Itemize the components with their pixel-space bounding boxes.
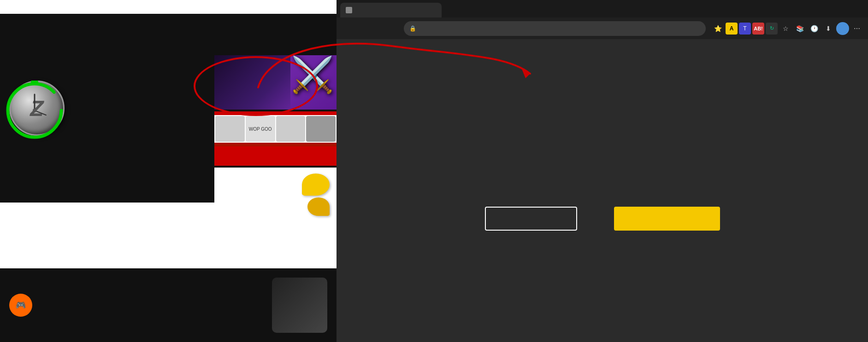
speech-bubbles [302, 174, 330, 216]
downloads-icon[interactable]: ⬇ [822, 22, 835, 35]
active-tab[interactable] [340, 3, 442, 17]
ad-seasun-content [214, 55, 337, 63]
more-icon[interactable]: ⋯ [850, 22, 863, 35]
home-button[interactable] [388, 22, 401, 35]
cta-rabbit-col [614, 199, 720, 231]
window-controls [820, 2, 863, 12]
bubble-1 [302, 174, 330, 196]
timer-overlay [2, 76, 67, 140]
close-button[interactable] [850, 2, 863, 12]
svg-rect-1 [31, 81, 38, 84]
black-section: Z [0, 14, 337, 203]
ext-icon-3[interactable]: AB! [752, 23, 764, 35]
collections-icon[interactable]: 📚 [793, 22, 806, 35]
back-button[interactable] [341, 22, 354, 35]
timer-svg [2, 76, 67, 140]
ad-android-header [214, 111, 337, 115]
extensions-icon[interactable]: ⭐ [711, 22, 724, 35]
ext-icon-1[interactable]: A [726, 23, 738, 35]
bottom-strip: 🎮 [0, 268, 337, 342]
svg-line-3 [35, 110, 46, 115]
toolbar-icons: ⭐ A T AB! ↻ ☆ 📚 🕐 ⬇ ⋯ [711, 22, 863, 35]
cta-row [485, 199, 720, 231]
tab-close-button[interactable] [429, 6, 436, 14]
follow-rabbit-button[interactable] [614, 207, 720, 231]
svg-point-4 [33, 109, 36, 112]
forward-button[interactable] [357, 22, 370, 35]
browser-chrome: 🔒 ⭐ A T AB! ↻ ☆ 📚 🕐 ⬇ ⋯ [337, 0, 868, 39]
restore-button[interactable] [835, 2, 848, 12]
bottom-phone-image [272, 278, 327, 333]
ads-column: ⚔️ WOP GOO [214, 55, 337, 222]
refresh-button[interactable] [372, 22, 385, 35]
login-button[interactable] [485, 207, 577, 231]
ad-android-footer [214, 143, 337, 146]
left-top-section [0, 0, 337, 14]
cta-login-col [485, 199, 577, 231]
url-bar[interactable]: 🔒 [404, 21, 706, 36]
ad-seasun-character: ⚔️ [291, 58, 334, 92]
ad-video[interactable] [214, 168, 337, 222]
coin-area: Z [9, 81, 65, 136]
tab-bar [337, 0, 868, 17]
ad-seasun[interactable]: ⚔️ [214, 55, 337, 110]
address-bar: 🔒 ⭐ A T AB! ↻ ☆ 📚 🕐 ⬇ ⋯ [337, 17, 868, 39]
ext-icon-4[interactable]: ↻ [766, 23, 778, 35]
ad-android[interactable]: WOP GOO [214, 111, 337, 166]
new-tab-button[interactable] [443, 5, 456, 17]
history-icon[interactable]: 🕐 [808, 22, 821, 35]
ad-grid-cell1 [215, 116, 245, 142]
ad-grid-cell3 [276, 116, 306, 142]
bubble-2 [307, 197, 330, 216]
bottom-badge: 🎮 [9, 294, 32, 317]
right-panel: 🔒 ⭐ A T AB! ↻ ☆ 📚 🕐 ⬇ ⋯ [337, 0, 868, 342]
ad-android-grid: WOP GOO [214, 115, 337, 143]
ad-grid-cell2: WOP GOO [246, 116, 275, 142]
profile-icon[interactable] [836, 22, 849, 35]
lock-icon: 🔒 [409, 25, 416, 32]
tab-favicon [346, 7, 352, 13]
favorites-icon[interactable]: ☆ [779, 22, 792, 35]
left-panel: Z [0, 0, 337, 342]
browser-content [337, 39, 868, 342]
ad-grid-cell4 [306, 116, 336, 142]
minimize-button[interactable] [820, 2, 833, 12]
ext-icon-2[interactable]: T [739, 23, 751, 35]
